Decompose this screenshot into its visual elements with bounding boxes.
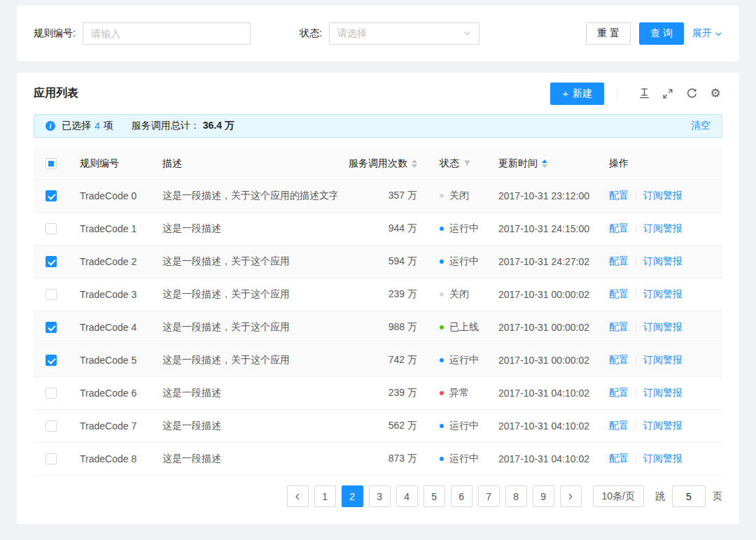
subscribe-alert-link[interactable]: 订阅警报 [643, 190, 682, 201]
chevron-left-icon [294, 493, 301, 500]
expand-label: 展开 [692, 27, 712, 40]
page-button[interactable]: 3 [369, 485, 391, 507]
sort-icon [542, 159, 547, 168]
subscribe-alert-link[interactable]: 订阅警报 [643, 288, 682, 299]
row-status: 运行中 [428, 255, 487, 268]
jump-page-input[interactable] [672, 485, 706, 507]
row-desc: 这是一段描述 [151, 222, 337, 235]
subscribe-alert-link[interactable]: 订阅警报 [643, 255, 682, 267]
select-all-checkbox[interactable] [46, 158, 57, 169]
reload-icon[interactable] [685, 87, 699, 101]
application-table: 规则编号 描述 服务调用次数 状态 更新时间 操作 TradeCode 0 这是… [34, 148, 722, 476]
page-title: 应用列表 [34, 86, 78, 101]
status-dot [440, 260, 444, 264]
sort-caret-down-icon[interactable] [412, 164, 417, 168]
fullscreen-icon[interactable] [661, 87, 675, 101]
settings-icon[interactable]: ⚙ [708, 87, 722, 101]
rule-number-input[interactable] [83, 22, 251, 45]
row-code: TradeCode 3 [69, 289, 151, 300]
config-link[interactable]: 配置 [609, 222, 629, 234]
row-desc: 这是一段描述 [151, 387, 337, 399]
calls-total-value: 36.4 万 [203, 120, 234, 131]
config-link[interactable]: 配置 [609, 420, 629, 431]
reset-button[interactable]: 重 置 [586, 22, 631, 45]
table-row: TradeCode 0 这是一段描述，关于这个应用的描述文字内容 357 万 关… [34, 180, 722, 213]
selected-count: 4 [94, 120, 100, 132]
sort-caret-up-icon[interactable] [542, 159, 547, 163]
action-divider [636, 322, 636, 332]
status-dot [440, 325, 444, 329]
subscribe-alert-link[interactable]: 订阅警报 [643, 420, 682, 431]
table-row: TradeCode 8 这是一段描述 873 万 运行中 2017-10-31 … [34, 443, 722, 476]
page-button[interactable]: 7 [478, 485, 500, 507]
row-checkbox[interactable] [46, 420, 57, 432]
page-button[interactable]: 8 [505, 485, 527, 507]
table-row: TradeCode 3 这是一段描述，关于这个应用 239 万 关闭 2017-… [34, 278, 722, 311]
column-header-status[interactable]: 状态 [428, 157, 487, 170]
clear-selection-link[interactable]: 清空 [691, 120, 710, 132]
subscribe-alert-link[interactable]: 订阅警报 [643, 222, 682, 234]
density-icon[interactable] [637, 87, 651, 101]
toolbar-divider [617, 88, 617, 99]
prev-page-button[interactable] [287, 485, 309, 507]
sort-icon [412, 159, 417, 168]
row-checkbox[interactable] [46, 453, 57, 464]
config-link[interactable]: 配置 [609, 354, 629, 365]
config-link[interactable]: 配置 [609, 190, 629, 201]
status-dot [440, 358, 444, 362]
page-button[interactable]: 1 [314, 485, 336, 507]
row-code: TradeCode 1 [69, 223, 151, 234]
expand-link[interactable]: 展开 [692, 27, 722, 40]
table-row: TradeCode 2 这是一段描述，关于这个应用 594 万 运行中 2017… [34, 246, 722, 278]
sort-caret-up-icon[interactable] [412, 159, 417, 163]
sort-caret-down-icon[interactable] [542, 164, 547, 168]
selection-alert: i 已选择 4 项 服务调用总计：36.4 万 清空 [34, 114, 722, 138]
next-page-button[interactable] [560, 485, 582, 507]
new-button[interactable]: + 新建 [550, 83, 604, 105]
config-link[interactable]: 配置 [609, 255, 629, 267]
table-header-row: 规则编号 描述 服务调用次数 状态 更新时间 操作 [34, 148, 722, 180]
query-button[interactable]: 查 询 [639, 22, 684, 45]
row-checkbox[interactable] [46, 256, 57, 267]
subscribe-alert-link[interactable]: 订阅警报 [643, 321, 682, 332]
action-divider [636, 388, 636, 397]
filter-icon[interactable] [463, 159, 471, 167]
row-desc: 这是一段描述，关于这个应用 [151, 255, 337, 268]
page-button[interactable]: 2 [342, 485, 363, 507]
row-checkbox[interactable] [46, 289, 57, 300]
subscribe-alert-link[interactable]: 订阅警报 [643, 354, 682, 365]
row-time: 2017-10-31 00:00:02 [487, 322, 598, 333]
page-button[interactable]: 5 [424, 485, 445, 507]
action-divider [636, 454, 636, 463]
action-divider [636, 290, 636, 299]
row-checkbox[interactable] [46, 355, 57, 366]
table-row: TradeCode 7 这是一段描述 562 万 运行中 2017-10-31 … [34, 410, 722, 443]
subscribe-alert-link[interactable]: 订阅警报 [643, 453, 682, 464]
column-header-time[interactable]: 更新时间 [487, 157, 598, 170]
page-button[interactable]: 9 [533, 485, 554, 507]
subscribe-alert-link[interactable]: 订阅警报 [643, 387, 682, 398]
row-status: 关闭 [428, 190, 487, 202]
row-code: TradeCode 6 [69, 388, 151, 399]
card-header: 应用列表 + 新建 [34, 73, 722, 114]
row-time: 2017-10-31 04:10:02 [487, 420, 598, 432]
page-button[interactable]: 6 [451, 485, 472, 507]
status-dot [440, 457, 444, 461]
row-checkbox[interactable] [46, 388, 57, 399]
row-checkbox[interactable] [46, 190, 57, 201]
status-dot [440, 292, 444, 297]
row-checkbox[interactable] [46, 223, 57, 234]
page-size-select[interactable]: 10条/页 [593, 485, 644, 507]
config-link[interactable]: 配置 [609, 321, 629, 332]
status-select[interactable]: 请选择 [329, 22, 479, 45]
config-link[interactable]: 配置 [609, 453, 629, 464]
row-checkbox[interactable] [46, 322, 57, 333]
row-status: 异常 [428, 387, 487, 399]
rule-number-form-item: 规则编号: [34, 22, 251, 45]
page-button[interactable]: 4 [396, 485, 418, 507]
config-link[interactable]: 配置 [609, 387, 629, 398]
column-header-calls[interactable]: 服务调用次数 [337, 157, 428, 170]
config-link[interactable]: 配置 [609, 288, 629, 299]
search-actions: 重 置 查 询 展开 [586, 22, 722, 45]
status-label: 状态: [300, 27, 322, 40]
